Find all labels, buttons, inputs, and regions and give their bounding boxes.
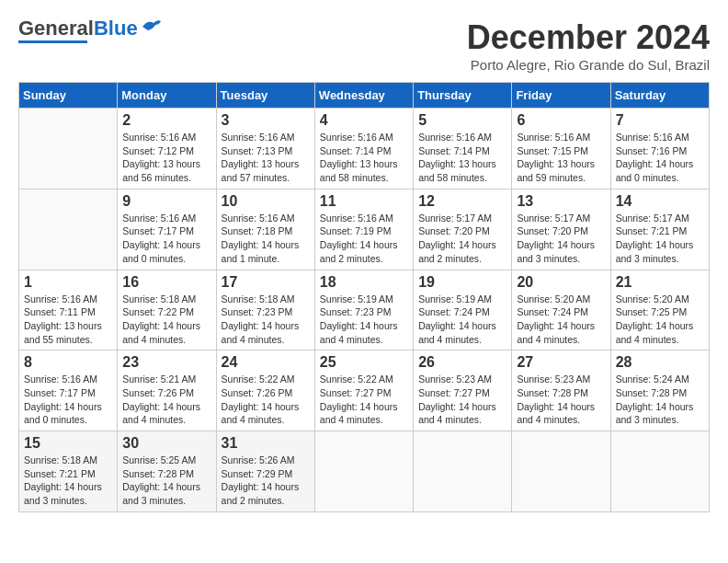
day-info: Sunrise: 5:18 AMSunset: 7:21 PMDaylight:… [24,454,102,506]
calendar-row: 15Sunrise: 5:18 AMSunset: 7:21 PMDayligh… [19,431,710,512]
table-row: 23Sunrise: 5:21 AMSunset: 7:26 PMDayligh… [118,350,216,431]
day-number: 15 [24,435,112,452]
day-info: Sunrise: 5:17 AMSunset: 7:21 PMDaylight:… [616,213,694,264]
table-row: 4Sunrise: 5:16 AMSunset: 7:14 PMDaylight… [314,109,413,190]
day-number: 20 [517,274,605,291]
day-info: Sunrise: 5:16 AMSunset: 7:18 PMDaylight:… [222,213,300,264]
table-row: 27Sunrise: 5:23 AMSunset: 7:28 PMDayligh… [512,350,610,431]
header-monday: Monday [118,83,216,109]
day-number: 5 [418,112,506,129]
logo: GeneralBlue [18,18,163,43]
day-info: Sunrise: 5:26 AMSunset: 7:29 PMDaylight:… [222,454,300,506]
logo-text: GeneralBlue [18,18,138,39]
day-number: 25 [320,354,408,371]
table-row: 5Sunrise: 5:16 AMSunset: 7:14 PMDaylight… [414,109,512,190]
table-row: 12Sunrise: 5:17 AMSunset: 7:20 PMDayligh… [414,189,512,270]
table-row: 14Sunrise: 5:17 AMSunset: 7:21 PMDayligh… [610,189,709,270]
day-info: Sunrise: 5:16 AMSunset: 7:17 PMDaylight:… [122,213,200,264]
day-number: 2 [122,112,210,129]
table-row: 3Sunrise: 5:16 AMSunset: 7:13 PMDaylight… [216,109,314,190]
day-number: 10 [222,193,310,210]
header-saturday: Saturday [610,83,709,109]
table-row: 11Sunrise: 5:16 AMSunset: 7:19 PMDayligh… [314,189,413,270]
day-info: Sunrise: 5:16 AMSunset: 7:12 PMDaylight:… [122,132,200,183]
day-number: 9 [122,193,210,210]
table-row: 6Sunrise: 5:16 AMSunset: 7:15 PMDaylight… [512,109,610,190]
day-number: 23 [122,354,210,371]
day-number: 28 [616,354,704,371]
day-number: 7 [616,112,704,129]
table-row: 8Sunrise: 5:16 AMSunset: 7:17 PMDaylight… [19,350,118,431]
day-info: Sunrise: 5:24 AMSunset: 7:28 PMDaylight:… [616,373,694,425]
header-sunday: Sunday [19,83,118,109]
table-row: 1Sunrise: 5:16 AMSunset: 7:11 PMDaylight… [19,270,118,350]
calendar-header-row: Sunday Monday Tuesday Wednesday Thursday… [19,83,710,109]
day-info: Sunrise: 5:21 AMSunset: 7:26 PMDaylight:… [122,373,200,425]
calendar-row: 2Sunrise: 5:16 AMSunset: 7:12 PMDaylight… [19,109,710,190]
table-row: 9Sunrise: 5:16 AMSunset: 7:17 PMDaylight… [118,189,216,270]
logo-bird-icon [141,17,163,34]
day-number: 17 [222,274,310,291]
day-info: Sunrise: 5:16 AMSunset: 7:16 PMDaylight:… [616,132,694,183]
table-row: 10Sunrise: 5:16 AMSunset: 7:18 PMDayligh… [216,189,314,270]
day-number: 6 [517,112,605,129]
table-row: 13Sunrise: 5:17 AMSunset: 7:20 PMDayligh… [512,189,610,270]
day-number: 1 [24,274,112,291]
day-number: 12 [418,193,506,210]
day-info: Sunrise: 5:16 AMSunset: 7:14 PMDaylight:… [320,132,398,183]
day-info: Sunrise: 5:25 AMSunset: 7:28 PMDaylight:… [122,454,200,506]
day-number: 30 [122,435,210,452]
table-row: 7Sunrise: 5:16 AMSunset: 7:16 PMDaylight… [610,109,709,190]
day-number: 11 [320,193,408,210]
day-number: 16 [122,274,210,291]
header-wednesday: Wednesday [314,83,413,109]
day-info: Sunrise: 5:19 AMSunset: 7:23 PMDaylight:… [320,293,398,345]
table-row: 18Sunrise: 5:19 AMSunset: 7:23 PMDayligh… [314,270,413,350]
day-info: Sunrise: 5:16 AMSunset: 7:17 PMDaylight:… [24,373,102,425]
calendar-row: 1Sunrise: 5:16 AMSunset: 7:11 PMDaylight… [19,270,710,350]
table-row: 26Sunrise: 5:23 AMSunset: 7:27 PMDayligh… [414,350,512,431]
table-row: 2Sunrise: 5:16 AMSunset: 7:12 PMDaylight… [118,109,216,190]
table-row [314,431,413,512]
table-row: 24Sunrise: 5:22 AMSunset: 7:26 PMDayligh… [216,350,314,431]
day-info: Sunrise: 5:19 AMSunset: 7:24 PMDaylight:… [418,293,496,345]
day-number: 31 [222,435,310,452]
table-row: 30Sunrise: 5:25 AMSunset: 7:28 PMDayligh… [118,431,216,512]
day-number: 14 [616,193,704,210]
day-info: Sunrise: 5:23 AMSunset: 7:28 PMDaylight:… [517,373,595,425]
table-row: 21Sunrise: 5:20 AMSunset: 7:25 PMDayligh… [610,270,709,350]
calendar-table: Sunday Monday Tuesday Wednesday Thursday… [18,82,710,512]
day-number: 19 [418,274,506,291]
table-row [512,431,610,512]
day-info: Sunrise: 5:20 AMSunset: 7:24 PMDaylight:… [517,293,595,345]
title-block: December 2024 Porto Alegre, Rio Grande d… [467,18,710,73]
table-row: 28Sunrise: 5:24 AMSunset: 7:28 PMDayligh… [610,350,709,431]
day-info: Sunrise: 5:16 AMSunset: 7:14 PMDaylight:… [418,132,496,183]
day-number: 18 [320,274,408,291]
day-info: Sunrise: 5:18 AMSunset: 7:22 PMDaylight:… [122,293,200,345]
day-number: 13 [517,193,605,210]
day-info: Sunrise: 5:16 AMSunset: 7:15 PMDaylight:… [517,132,595,183]
day-info: Sunrise: 5:22 AMSunset: 7:27 PMDaylight:… [320,373,398,425]
table-row: 19Sunrise: 5:19 AMSunset: 7:24 PMDayligh… [414,270,512,350]
day-info: Sunrise: 5:18 AMSunset: 7:23 PMDaylight:… [222,293,300,345]
location-text: Porto Alegre, Rio Grande do Sul, Brazil [467,57,710,73]
table-row: 17Sunrise: 5:18 AMSunset: 7:23 PMDayligh… [216,270,314,350]
table-row [414,431,512,512]
day-number: 27 [517,354,605,371]
day-info: Sunrise: 5:17 AMSunset: 7:20 PMDaylight:… [517,213,595,264]
calendar-row: 8Sunrise: 5:16 AMSunset: 7:17 PMDaylight… [19,350,710,431]
day-info: Sunrise: 5:20 AMSunset: 7:25 PMDaylight:… [616,293,694,345]
header-thursday: Thursday [414,83,512,109]
table-row: 15Sunrise: 5:18 AMSunset: 7:21 PMDayligh… [19,431,118,512]
day-number: 24 [222,354,310,371]
day-number: 21 [616,274,704,291]
day-number: 8 [24,354,112,371]
day-info: Sunrise: 5:23 AMSunset: 7:27 PMDaylight:… [418,373,496,425]
table-row [19,109,118,190]
day-info: Sunrise: 5:17 AMSunset: 7:20 PMDaylight:… [418,213,496,264]
header-friday: Friday [512,83,610,109]
logo-underline [18,40,87,43]
day-info: Sunrise: 5:16 AMSunset: 7:13 PMDaylight:… [222,132,300,183]
table-row: 20Sunrise: 5:20 AMSunset: 7:24 PMDayligh… [512,270,610,350]
